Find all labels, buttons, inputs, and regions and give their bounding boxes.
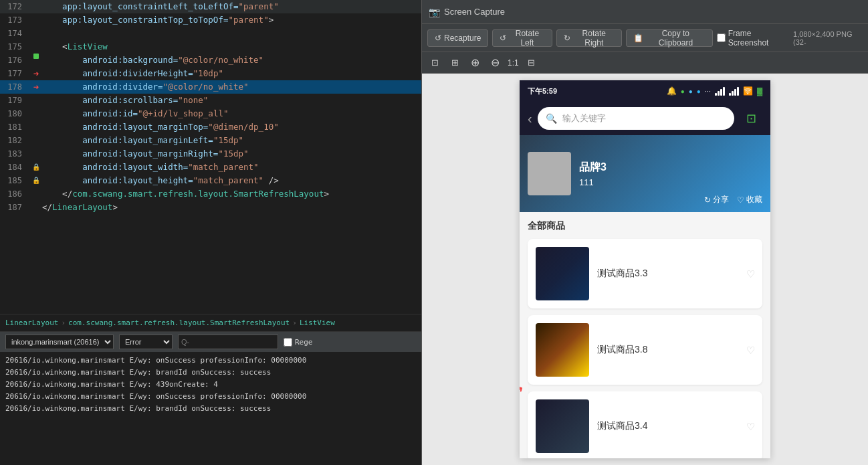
fit-width-button[interactable]: ⊡ — [427, 56, 442, 70]
notification-icon: 🔔 — [667, 86, 677, 96]
code-line: 181 android:layout_marginTop="@dimen/dp_… — [0, 120, 421, 134]
product-list: 测试商品3.3 ♡ 测试商品3.8 ♡ ➜ 测试商品3.4 ♡ — [528, 239, 762, 458]
code-line: 183 android:layout_marginRight="15dp" — [0, 147, 421, 161]
frame-screenshot-checkbox[interactable] — [717, 33, 726, 42]
code-token: "match_parent" — [193, 175, 263, 185]
brand-name: 品牌3 — [579, 161, 762, 175]
regex-checkbox-label: Rege — [284, 338, 313, 347]
product-card[interactable]: 测试商品3.8 ♡ ➜ — [528, 315, 762, 385]
code-token: android:dividerHeight= — [42, 68, 193, 78]
log-line: 20616/io.winkong.marinsmart E/wy: brandI… — [5, 367, 416, 379]
zoom-out-button[interactable]: ⊖ — [487, 56, 502, 70]
search-box[interactable]: 🔍 输入关键字 — [538, 107, 734, 130]
code-token: android:layout_width= — [42, 162, 188, 172]
recapture-button[interactable]: ↺ Recapture — [427, 29, 488, 47]
regex-checkbox[interactable] — [284, 338, 292, 347]
collect-button[interactable]: ♡ 收藏 — [737, 194, 762, 205]
wishlist-icon[interactable]: ♡ — [747, 420, 754, 434]
search-icon: 🔍 — [546, 113, 557, 124]
capture-toolbar: ↺ Recapture ↺ Rotate Left ↻ Rotate Right… — [422, 24, 868, 52]
line-number: 172 — [0, 0, 30, 13]
code-token: ListView — [68, 41, 108, 52]
line-number: 174 — [0, 27, 30, 40]
code-token: LinearLayout — [52, 202, 112, 212]
capture-info: 1,080×2,400 PNG (32- — [793, 30, 863, 46]
line-content: android:dividerHeight="10dp" — [42, 67, 421, 80]
back-button[interactable]: ‹ — [528, 111, 532, 126]
share-button[interactable]: ↻ 分享 — [704, 194, 729, 205]
code-line: 187</LinearLayout> — [0, 201, 421, 214]
log-area: 20616/io.winkong.marinsmart E/wy: onSucc… — [0, 352, 421, 462]
brand-thumbnail — [528, 152, 571, 195]
product-card[interactable]: 测试商品3.4 ♡ — [528, 391, 762, 458]
line-number: 182 — [0, 134, 30, 147]
log-line: 20616/io.winkong.marinsmart E/wy: onSucc… — [5, 355, 416, 367]
code-token: "@dimen/dp_10" — [208, 122, 278, 132]
code-line: 186 </com.scwang.smart.refresh.layout.Sm… — [0, 187, 421, 201]
phone-preview-area: 下午5:59 🔔 ● ● ● ··· — [422, 74, 868, 465]
product-card[interactable]: 测试商品3.3 ♡ — [528, 239, 762, 308]
filter-input[interactable] — [178, 335, 278, 349]
code-token: android:layout_height= — [42, 175, 193, 185]
code-token: "parent" — [228, 15, 268, 25]
code-line: 173 app:layout_constraintTop_toTopOf="pa… — [0, 13, 421, 27]
brand-num: 111 — [579, 177, 762, 187]
products-title: 全部商品 — [528, 220, 762, 232]
app-icon-1: ● — [681, 88, 685, 95]
lock-indicator: 🔒 — [32, 161, 40, 174]
line-content: android:divider="@color/no_white" — [42, 80, 421, 94]
frame-screenshot-label: Frame Screenshot — [717, 29, 789, 48]
line-indicator: ➜ — [30, 67, 42, 80]
code-line: 177➜ android:dividerHeight="10dp" — [0, 67, 421, 80]
code-token: "parent" — [239, 1, 279, 11]
rotate-left-button[interactable]: ↺ Rotate Left — [492, 29, 552, 47]
product-thumbnail — [536, 323, 589, 377]
fit-page-button[interactable]: ⊟ — [524, 56, 539, 70]
wishlist-icon[interactable]: ♡ — [747, 343, 754, 357]
log-toolbar: inkong.marinsmart (20616) Error Rege — [0, 332, 421, 352]
breadcrumb-item-3: ListView — [300, 318, 335, 327]
code-token: </ — [42, 189, 72, 199]
line-number: 179 — [0, 94, 30, 107]
capture-title-bar: 📷 Screen Capture — [422, 0, 868, 24]
breadcrumb-item-2: com.scwang.smart.refresh.layout.SmartRef… — [68, 318, 290, 327]
code-line: 182 android:layout_marginLeft="15dp" — [0, 134, 421, 147]
wishlist-icon[interactable]: ♡ — [747, 267, 754, 281]
product-name: 测试商品3.3 — [597, 268, 739, 280]
code-token: > — [269, 15, 274, 25]
clipboard-icon: 📋 — [633, 33, 643, 43]
line-content: </LinearLayout> — [42, 201, 421, 214]
code-token: app:layout_constraintTop_toTopOf= — [42, 15, 228, 25]
line-number: 180 — [0, 107, 30, 120]
rotate-left-icon: ↺ — [500, 33, 506, 43]
lock-indicator: 🔒 — [32, 174, 40, 187]
log-panel: inkong.marinsmart (20616) Error Rege 206… — [0, 331, 421, 465]
qr-button[interactable]: ⊡ — [740, 107, 762, 130]
zoom-in-button[interactable]: ⊕ — [467, 56, 482, 70]
copy-clipboard-button[interactable]: 📋 Copy to Clipboard — [626, 29, 713, 47]
product-thumbnail — [536, 247, 589, 300]
line-number: 178 — [0, 80, 30, 94]
code-line: 176 android:background="@color/no_white" — [0, 54, 421, 67]
code-token: "@color/no_white" — [178, 55, 263, 65]
level-select[interactable]: Error — [119, 335, 173, 349]
process-select[interactable]: inkong.marinsmart (20616) — [5, 335, 114, 349]
code-token: </ — [42, 202, 52, 212]
qr-icon: ⊡ — [746, 111, 756, 126]
zoom-label: 1:1 — [508, 58, 519, 68]
editor-panel: 172 app:layout_constraintLeft_toLeftOf="… — [0, 0, 421, 465]
line-content: <ListView — [42, 40, 421, 54]
line-content: android:layout_height="match_parent" /> — [42, 174, 421, 187]
code-line: 180 android:id="@+id/lv_shop_all" — [0, 107, 421, 120]
rotate-right-button[interactable]: ↻ Rotate Right — [556, 29, 622, 47]
code-token: "10dp" — [193, 68, 223, 78]
line-indicator: 🔒 — [30, 174, 42, 187]
fit-grid-button[interactable]: ⊞ — [447, 56, 462, 70]
line-number: 176 — [0, 54, 30, 67]
line-number: 184 — [0, 161, 30, 174]
code-token: com.scwang.smart.refresh.layout.SmartRef… — [72, 189, 324, 199]
code-line: 174 — [0, 27, 421, 40]
phone-screen: 下午5:59 🔔 ● ● ● ··· — [520, 80, 770, 458]
status-icons: 🔔 ● ● ● ··· — [667, 86, 762, 96]
regex-label: Rege — [295, 338, 313, 347]
